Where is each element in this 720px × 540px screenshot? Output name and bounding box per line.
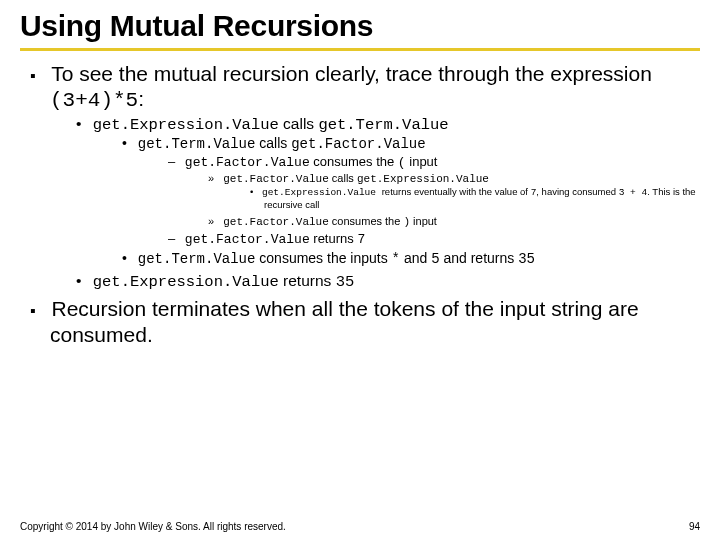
text: and returns bbox=[440, 250, 519, 266]
bullet-lvl6: get.Expression.Value returns eventually … bbox=[250, 186, 700, 212]
copyright-text: Copyright © 2014 by John Wiley & Sons. A… bbox=[20, 521, 286, 532]
bullet-lvl4: get.Factor.Value consumes the ( input ge… bbox=[168, 154, 700, 230]
code-text: (3+4)*5 bbox=[50, 89, 138, 112]
text: returns bbox=[310, 231, 358, 246]
code-text: 3 + 4 bbox=[619, 187, 648, 198]
text: consumes the bbox=[329, 215, 404, 227]
bullet-lvl3: get.Term.Value consumes the inputs * and… bbox=[122, 250, 700, 269]
title-underline bbox=[20, 48, 700, 51]
footer: Copyright © 2014 by John Wiley & Sons. A… bbox=[20, 521, 700, 532]
bullet-lvl3: get.Term.Value calls get.Factor.Value ge… bbox=[122, 135, 700, 248]
code-text: ( bbox=[398, 155, 406, 170]
text: calls bbox=[255, 135, 291, 151]
code-text: get.Term.Value bbox=[138, 251, 256, 267]
code-text: get.Factor.Value bbox=[185, 155, 310, 170]
code-text: get.Expression.Value bbox=[93, 116, 279, 134]
bullet-lvl5: get.Factor.Value consumes the ) input bbox=[208, 214, 700, 229]
text: and bbox=[400, 250, 431, 266]
text: calls bbox=[279, 115, 319, 132]
code-text: 35 bbox=[336, 273, 355, 291]
code-text: 5 bbox=[431, 251, 439, 267]
text: To see the mutual recursion clearly, tra… bbox=[51, 62, 652, 85]
slide-title: Using Mutual Recursions bbox=[20, 10, 700, 42]
bullet-lvl2: get.Expression.Value calls get.Term.Valu… bbox=[76, 114, 700, 269]
code-text: get.Term.Value bbox=[138, 136, 256, 152]
text: Recursion terminates when all the tokens… bbox=[50, 297, 639, 346]
code-text: get.Expression.Value bbox=[93, 273, 279, 291]
bullet-lvl1: To see the mutual recursion clearly, tra… bbox=[28, 61, 700, 293]
code-text: get.Factor.Value bbox=[223, 216, 329, 228]
code-text: 7 bbox=[357, 232, 365, 247]
text: calls bbox=[329, 172, 357, 184]
page-number: 94 bbox=[689, 521, 700, 532]
bullet-lvl4: get.Factor.Value returns 7 bbox=[168, 231, 700, 248]
text: consumes the inputs bbox=[255, 250, 391, 266]
text: input bbox=[406, 154, 438, 169]
slide: Using Mutual Recursions To see the mutua… bbox=[0, 0, 720, 540]
code-text: get.Term.Value bbox=[318, 116, 448, 134]
text: : bbox=[138, 87, 144, 110]
code-text: get.Factor.Value bbox=[185, 232, 310, 247]
text: , having consumed bbox=[536, 186, 618, 197]
text: consumes the bbox=[310, 154, 398, 169]
text: returns bbox=[279, 272, 336, 289]
code-text: 35 bbox=[518, 251, 535, 267]
code-text: get.Factor.Value bbox=[223, 173, 329, 185]
bullet-lvl5: get.Factor.Value calls get.Expression.Va… bbox=[208, 171, 700, 212]
code-text: get.Factor.Value bbox=[291, 136, 425, 152]
code-text: get.Expression.Value bbox=[357, 173, 489, 185]
text: returns eventually with the value of bbox=[382, 186, 531, 197]
code-text: * bbox=[392, 251, 400, 267]
code-text: get.Expression.Value bbox=[262, 187, 382, 198]
bullet-list: To see the mutual recursion clearly, tra… bbox=[20, 61, 700, 348]
bullet-lvl2: get.Expression.Value returns 35 bbox=[76, 271, 700, 292]
text: input bbox=[410, 215, 437, 227]
bullet-lvl1: Recursion terminates when all the tokens… bbox=[28, 296, 700, 347]
